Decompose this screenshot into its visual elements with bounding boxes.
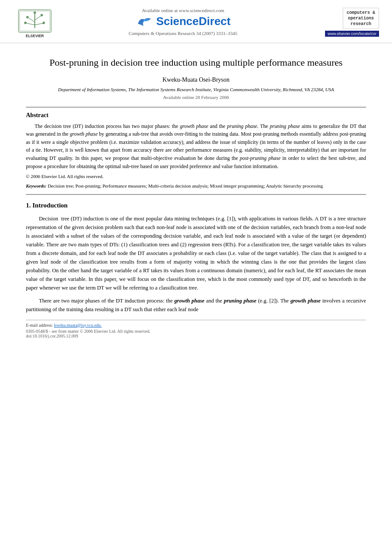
email-label: E-mail address: xyxy=(26,323,53,328)
abstract-pruning-phase: pruning phase. xyxy=(227,123,258,129)
abstract-section: Abstract The decision tree (DT) inductio… xyxy=(26,112,366,190)
svg-point-10 xyxy=(42,22,45,24)
title-section: Post-pruning in decision tree induction … xyxy=(26,56,366,100)
svg-point-8 xyxy=(40,14,43,16)
page: ELSEVIER Available online at www.science… xyxy=(0,0,392,535)
cor-logo: computers & operations research xyxy=(343,8,379,29)
abstract-growth-phase: growth phase xyxy=(180,123,208,129)
keywords: Keywords: Decision tree; Post-pruning; P… xyxy=(26,182,366,190)
abstract-divider xyxy=(26,194,366,195)
introduction-section: 1. Introduction Decision tree (DT) induc… xyxy=(26,202,366,314)
section-title: Introduction xyxy=(32,202,67,209)
email-footnote: E-mail address: kweku.muata@isy.vcu.edu. xyxy=(26,323,366,328)
intro-pruning-phase: pruning phase xyxy=(224,298,256,304)
doi-line2: doi:10.1016/j.cor.2005.12.009 xyxy=(26,334,366,338)
keywords-text: Decision tree; Post-pruning; Performance… xyxy=(47,183,323,188)
abstract-post-pruning-phase: post-pruning phase xyxy=(240,155,280,161)
intro-paragraph1: Decision tree (DT) induction is one of t… xyxy=(26,214,366,292)
keywords-label: Keywords: xyxy=(26,183,47,188)
svg-point-11 xyxy=(33,11,36,14)
sciencedirect-logo: ScienceDirect xyxy=(65,15,301,28)
svg-point-7 xyxy=(26,16,29,19)
svg-line-5 xyxy=(26,23,35,25)
svg-line-4 xyxy=(35,16,41,20)
intro-growth-phase2: growth phase xyxy=(290,298,321,304)
elsevier-logo: ELSEVIER xyxy=(16,8,53,38)
abstract-text: The decision tree (DT) induction process… xyxy=(26,122,366,171)
available-date: Available online 28 February 2006 xyxy=(26,95,366,100)
intro-growth-phase: growth phase xyxy=(174,298,204,304)
footer-divider xyxy=(26,320,366,320)
svg-point-9 xyxy=(24,22,26,24)
affiliation: Department of Information Systems, The I… xyxy=(26,87,366,92)
copyright-notice: © 2006 Elsevier Ltd. All rights reserved… xyxy=(26,174,366,179)
author-name: Kweku-Muata Osei-Bryson xyxy=(26,76,366,83)
available-online-text: Available online at www.sciencedirect.co… xyxy=(65,8,301,13)
abstract-title: Abstract xyxy=(26,112,366,119)
svg-text:ELSEVIER: ELSEVIER xyxy=(25,34,44,38)
cor-line3: research xyxy=(347,21,375,27)
main-content: Post-pruning in decision tree induction … xyxy=(0,43,392,347)
sd-bird-icon xyxy=(136,15,153,28)
email-value[interactable]: kweku.muata@isy.vcu.edu. xyxy=(54,323,102,328)
section-number: 1. xyxy=(26,202,31,209)
section-header: 1. Introduction xyxy=(26,202,366,209)
doi-line1: 0305-0548/$ - see front matter © 2006 El… xyxy=(26,329,366,334)
cor-logo-section: computers & operations research www.else… xyxy=(310,8,379,37)
sciencedirect-brand: ScienceDirect xyxy=(156,15,231,28)
intro-paragraph2: There are two major phases of the DT ind… xyxy=(26,296,366,314)
header: ELSEVIER Available online at www.science… xyxy=(0,0,392,43)
elsevier-logo-container: ELSEVIER xyxy=(13,8,56,38)
sciencedirect-section: Available online at www.sciencedirect.co… xyxy=(56,8,310,36)
cor-line1: computers & xyxy=(347,10,375,16)
cor-website[interactable]: www.elsevier.com/locate/cor xyxy=(325,31,379,37)
cor-line2: operations xyxy=(347,16,375,21)
svg-line-3 xyxy=(29,18,35,22)
abstract-growth-phase2: growth phase xyxy=(70,131,98,137)
title-divider xyxy=(26,107,366,108)
abstract-pruning-phase2: pruning phase xyxy=(270,123,300,129)
paper-title: Post-pruning in decision tree induction … xyxy=(26,56,366,70)
svg-line-6 xyxy=(35,23,43,25)
doi-info: 0305-0548/$ - see front matter © 2006 El… xyxy=(26,329,366,338)
journal-reference: Computers & Operations Research 34 (2007… xyxy=(65,31,301,36)
